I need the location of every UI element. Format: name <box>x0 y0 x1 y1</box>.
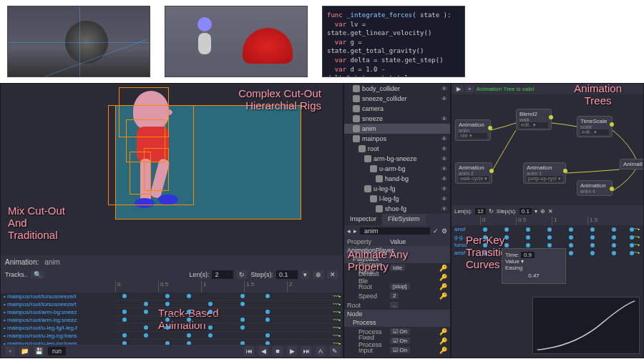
zoom-icon[interactable]: ⊕ <box>540 208 545 215</box>
play-icon[interactable]: ▶ <box>454 86 463 92</box>
visibility-icon[interactable]: 👁 <box>441 186 447 192</box>
keyframe[interactable] <box>187 310 191 314</box>
track-name[interactable]: • mainpos/root/torsosneeze/t <box>1 300 115 308</box>
len-input[interactable]: 2 <box>212 270 233 279</box>
visibility-icon[interactable]: 👁 <box>441 146 447 152</box>
tree-item[interactable]: mainpos👁 <box>344 134 450 144</box>
keyframe[interactable] <box>187 318 191 322</box>
step-input[interactable]: 0.1 <box>519 208 532 215</box>
keyframe[interactable] <box>630 243 634 247</box>
tab-filesystem[interactable]: FileSystem <box>382 214 426 225</box>
visibility-icon[interactable]: 👁 <box>441 176 447 182</box>
prop-value[interactable]: ☑ On <box>390 338 410 344</box>
keyframe[interactable] <box>144 325 148 330</box>
keyframe[interactable] <box>526 235 530 240</box>
track-name[interactable]: • mainpos/root/torsosneeze/t <box>1 292 115 300</box>
tree-item[interactable]: shoe-fg👁 <box>344 204 450 214</box>
prop-value[interactable]: ☑ On <box>390 347 410 353</box>
prev-icon[interactable]: ⏮ <box>244 346 254 356</box>
key-icon[interactable]: 🔑 <box>439 265 447 272</box>
keyframe[interactable] <box>612 243 616 247</box>
keyframe[interactable] <box>240 325 245 330</box>
keyframe[interactable] <box>187 333 191 338</box>
key-icon[interactable]: 🔑 <box>439 338 447 345</box>
keyframe[interactable] <box>165 325 170 330</box>
keyframe[interactable] <box>483 227 487 232</box>
new-icon[interactable]: ▫ <box>5 346 15 356</box>
keyframe[interactable] <box>547 227 552 232</box>
tree-item[interactable]: sneeze_collider👁 <box>344 94 450 104</box>
keyframe[interactable] <box>144 302 148 306</box>
timeline-ruler[interactable]: 0 0.5 1 1.5 2 <box>1 281 343 292</box>
step-input[interactable]: 0.1 <box>276 270 298 279</box>
track-interp-icon[interactable]: 〰▾ <box>333 317 341 323</box>
key-track-row[interactable]: ansf〰▾ <box>452 225 643 233</box>
arrow-down-icon[interactable]: ▾ <box>301 270 310 279</box>
keyframe[interactable] <box>240 318 245 322</box>
visibility-icon[interactable]: 👁 <box>441 116 447 122</box>
keyframe[interactable] <box>165 318 170 322</box>
autoplay-icon[interactable]: A <box>316 346 326 356</box>
tree-item[interactable]: u-arm-bg👁 <box>344 164 450 174</box>
graph-node[interactable]: Blend2walkedit.. ▾ <box>516 109 552 130</box>
graph-node[interactable]: Animationanim 4 <box>577 180 613 196</box>
keyframe[interactable] <box>208 302 213 306</box>
tree-item[interactable]: arm-bg-sneeze👁 <box>344 154 450 164</box>
track-interp-icon[interactable]: 〰▾ <box>333 301 341 308</box>
keyframe[interactable] <box>240 302 245 306</box>
track-name[interactable]: • mainpos/root/arm-bg:sneez <box>1 316 115 324</box>
keyframe[interactable] <box>630 227 634 232</box>
keyframe[interactable] <box>630 251 634 255</box>
open-icon[interactable]: 📁 <box>19 346 29 356</box>
close-icon[interactable]: ✕ <box>548 208 553 215</box>
keyframe[interactable] <box>265 318 270 322</box>
next-icon[interactable]: ⏭ <box>301 346 311 356</box>
track-row[interactable]: 〰▾ <box>115 332 343 340</box>
save-icon[interactable]: 💾 <box>34 346 44 356</box>
section-node[interactable]: Node <box>344 310 450 318</box>
tree-item[interactable]: sneeze👁 <box>344 114 450 124</box>
visibility-icon[interactable]: 👁 <box>441 136 447 142</box>
track-interp-icon[interactable]: 〰▾ <box>333 333 341 339</box>
keyframe[interactable] <box>144 310 148 314</box>
keyframe[interactable] <box>165 294 170 298</box>
stop-icon[interactable]: ■ <box>273 346 283 356</box>
graph-node[interactable]: Animationanimidle ▾ <box>455 119 491 141</box>
keyframe[interactable] <box>547 243 552 247</box>
loop-icon[interactable]: ↻ <box>489 208 494 215</box>
visibility-icon[interactable]: 👁 <box>441 166 447 172</box>
track-interp-icon[interactable]: 〰▾ <box>333 309 341 315</box>
keyframe[interactable] <box>569 227 573 232</box>
key-icon[interactable]: 🔑 <box>439 292 447 300</box>
keyframe[interactable] <box>122 318 127 322</box>
tree-item[interactable]: camera <box>344 104 450 114</box>
play-back-icon[interactable]: ◀ <box>258 346 268 356</box>
viewport-2d[interactable]: Complex Cut-Out Hierarchial Rigs Mix Cut… <box>1 84 343 255</box>
keyframe[interactable] <box>569 251 573 255</box>
track-interp-icon[interactable]: 〰▾ <box>333 325 341 331</box>
key-icon[interactable]: 🔑 <box>439 347 447 354</box>
track-interp-icon[interactable]: 〰▾ <box>333 293 341 300</box>
tree-item[interactable]: hand-bg👁 <box>344 174 450 184</box>
keyframe[interactable] <box>590 235 595 240</box>
tree-item[interactable]: anim <box>344 124 450 134</box>
graph-node[interactable]: Animationanim 3jump-up-cycl ▾ <box>523 162 566 184</box>
track-keys[interactable]: Track-Based Animation 〰▾〰▾〰▾〰▾〰▾〰▾〰▾〰▾ <box>115 292 343 350</box>
edit-icon[interactable]: ✎ <box>330 346 340 356</box>
search-icon[interactable]: 🔍 <box>31 270 44 279</box>
curve-editor[interactable] <box>532 297 640 354</box>
back-icon[interactable]: ◂ <box>347 227 351 235</box>
anim-name-field[interactable]: run <box>48 347 66 355</box>
track-name[interactable]: • mainpos/root/arm-bg:sneez <box>1 308 115 316</box>
keyframe[interactable] <box>265 333 270 338</box>
visibility-icon[interactable]: 👁 <box>441 156 447 162</box>
track-name[interactable]: • mainpos/root/u-leg-bg:trans <box>1 332 115 340</box>
track-row[interactable]: 〰▾ <box>115 300 343 308</box>
len-input[interactable]: 12 <box>475 208 486 215</box>
history-icon[interactable]: ✓ <box>433 227 439 235</box>
keyframe[interactable] <box>187 294 191 298</box>
keyframe[interactable] <box>612 251 616 255</box>
close-icon[interactable]: ✕ <box>327 270 338 279</box>
keyframe[interactable] <box>547 235 552 240</box>
loop-icon[interactable]: ↻ <box>236 270 248 279</box>
